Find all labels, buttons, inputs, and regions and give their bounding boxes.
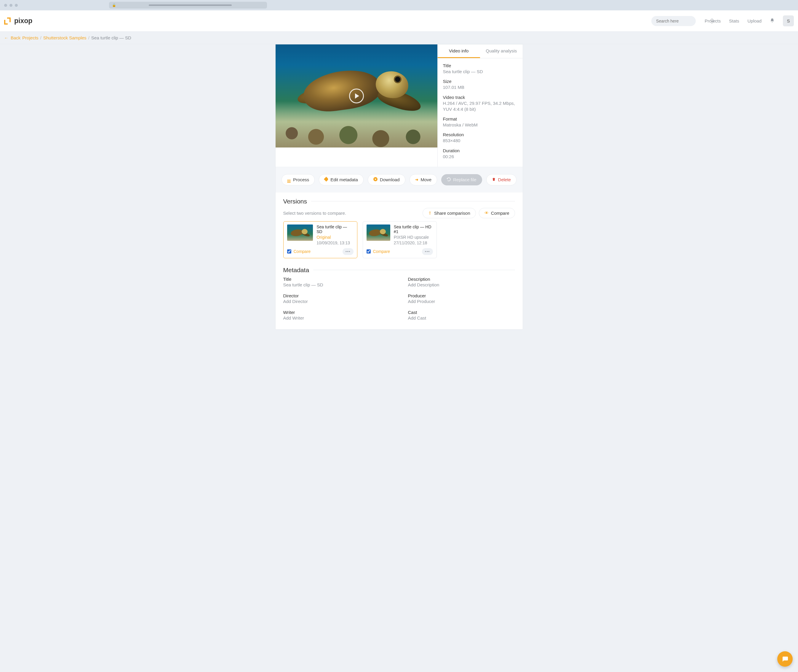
brand-logo[interactable]: pixop xyxy=(4,17,32,25)
metadata-section: Metadata TitleSea turtle clip — SDDescri… xyxy=(276,261,523,330)
version-compare-toggle[interactable]: Compare xyxy=(287,249,311,254)
versions-section: Versions Select two versions to compare.… xyxy=(276,192,523,261)
metadata-item[interactable]: DirectorAdd Director xyxy=(283,293,390,304)
delete-button[interactable]: Delete xyxy=(486,174,516,186)
download-icon xyxy=(373,177,378,182)
version-title: Sea turtle clip — SD xyxy=(316,224,353,234)
download-label: Download xyxy=(380,177,400,182)
move-button[interactable]: ➜Move xyxy=(410,174,437,186)
versions-heading: Versions xyxy=(283,198,307,205)
metadata-label: Producer xyxy=(408,293,515,298)
download-button[interactable]: Download xyxy=(368,174,405,186)
delete-label: Delete xyxy=(498,177,511,182)
metadata-label: Title xyxy=(283,277,390,282)
info-size-value: 107.01 MB xyxy=(443,85,518,90)
brand-name: pixop xyxy=(14,17,32,25)
nav-upload[interactable]: Upload xyxy=(747,18,761,23)
replace-file-button: Replace file xyxy=(441,174,482,186)
top-nav: Projects Stats Upload S xyxy=(705,15,794,26)
metadata-item[interactable]: DescriptionAdd Description xyxy=(408,277,515,287)
browser-chrome: 🔒 xyxy=(0,0,798,10)
info-res-label: Resolution xyxy=(443,132,518,137)
info-format-label: Format xyxy=(443,117,518,122)
video-player[interactable] xyxy=(276,45,437,147)
compare-checkbox[interactable] xyxy=(287,250,291,253)
eye-icon: 👁 xyxy=(484,211,489,215)
metadata-value: Add Writer xyxy=(283,315,390,320)
share-icon: ⇪ xyxy=(428,211,432,215)
metadata-value: Add Producer xyxy=(408,299,515,304)
info-res-value: 853×480 xyxy=(443,138,518,144)
info-dur-label: Duration xyxy=(443,148,518,153)
metadata-label: Writer xyxy=(283,310,390,315)
logo-icon xyxy=(4,18,11,25)
version-card[interactable]: Sea turtle clip — SD Original 10/09/2019… xyxy=(283,221,357,258)
breadcrumb-projects[interactable]: Projects xyxy=(22,35,38,40)
info-track-label: Video track xyxy=(443,95,518,100)
bell-icon[interactable] xyxy=(770,18,775,24)
version-compare-toggle[interactable]: Compare xyxy=(367,249,390,254)
version-tag: PIXSR HD upscale xyxy=(394,235,433,240)
back-arrow-icon: ← xyxy=(4,35,8,40)
breadcrumb: ← Back Projects / Shutterstock Samples /… xyxy=(0,32,798,44)
search-input[interactable] xyxy=(656,19,708,23)
action-bar: Process Edit metadata Download ➜Move Rep… xyxy=(276,167,523,192)
tab-video-info[interactable]: Video info xyxy=(437,45,480,58)
breadcrumb-current: Sea turtle clip — SD xyxy=(91,35,131,40)
version-more-button[interactable]: ••• xyxy=(343,248,354,255)
move-icon: ➜ xyxy=(415,178,418,182)
metadata-heading: Metadata xyxy=(283,267,309,274)
versions-subtitle: Select two versions to compare. xyxy=(283,211,423,216)
nav-stats[interactable]: Stats xyxy=(729,18,739,23)
compare-btn-label: Compare xyxy=(491,211,510,216)
address-bar[interactable]: 🔒 xyxy=(109,2,267,9)
version-timestamp: 27/11/2020, 12:18 xyxy=(394,240,433,245)
nav-projects[interactable]: Projects xyxy=(705,18,721,23)
breadcrumb-back[interactable]: Back xyxy=(11,35,21,40)
process-icon xyxy=(287,177,291,183)
metadata-value: Sea turtle clip — SD xyxy=(283,282,390,287)
info-format-value: Matroska / WebM xyxy=(443,122,518,128)
compare-label: Compare xyxy=(373,249,390,254)
tab-quality-analysis[interactable]: Quality analysis xyxy=(480,45,523,58)
refresh-icon xyxy=(447,178,451,182)
metadata-item[interactable]: CastAdd Cast xyxy=(408,310,515,320)
replace-label: Replace file xyxy=(453,177,476,182)
search-box[interactable] xyxy=(651,16,696,26)
info-title-label: Title xyxy=(443,63,518,68)
window-dot xyxy=(15,4,18,7)
compare-button[interactable]: 👁Compare xyxy=(479,208,515,218)
share-label: Share comparison xyxy=(434,211,470,216)
metadata-item[interactable]: ProducerAdd Producer xyxy=(408,293,515,304)
move-label: Move xyxy=(421,177,432,182)
compare-label: Compare xyxy=(294,249,311,254)
compare-checkbox[interactable] xyxy=(367,250,371,253)
info-title-value: Sea turtle clip — SD xyxy=(443,69,518,75)
metadata-item[interactable]: WriterAdd Writer xyxy=(283,310,390,320)
version-tag: Original xyxy=(316,235,353,240)
edit-metadata-button[interactable]: Edit metadata xyxy=(319,174,364,186)
main-panel: Video info Quality analysis TitleSea tur… xyxy=(275,44,523,330)
metadata-item[interactable]: TitleSea turtle clip — SD xyxy=(283,277,390,287)
version-more-button[interactable]: ••• xyxy=(422,248,433,255)
avatar[interactable]: S xyxy=(783,15,794,26)
breadcrumb-folder[interactable]: Shutterstock Samples xyxy=(43,35,87,40)
version-title: Sea turtle clip — HD #1 xyxy=(394,224,433,234)
trash-icon xyxy=(492,178,496,182)
address-placeholder xyxy=(149,5,232,6)
metadata-value: Add Director xyxy=(283,299,390,304)
tag-icon xyxy=(324,178,328,182)
share-comparison-button[interactable]: ⇪Share comparison xyxy=(423,208,476,218)
info-panel: Video info Quality analysis TitleSea tur… xyxy=(437,45,523,167)
info-size-label: Size xyxy=(443,79,518,84)
info-dur-value: 00:26 xyxy=(443,154,518,160)
metadata-label: Description xyxy=(408,277,515,282)
info-track-value: H.264 / AVC, 29.97 FPS, 34.2 Mbps, YUV 4… xyxy=(443,101,518,112)
metadata-value: Add Description xyxy=(408,282,515,287)
version-card[interactable]: Sea turtle clip — HD #1 PIXSR HD upscale… xyxy=(363,221,437,258)
window-dot xyxy=(4,4,7,7)
app-header: pixop Projects Stats Upload S xyxy=(0,10,798,32)
play-icon[interactable] xyxy=(349,88,364,103)
version-thumbnail xyxy=(367,224,390,241)
process-button[interactable]: Process xyxy=(282,174,315,186)
